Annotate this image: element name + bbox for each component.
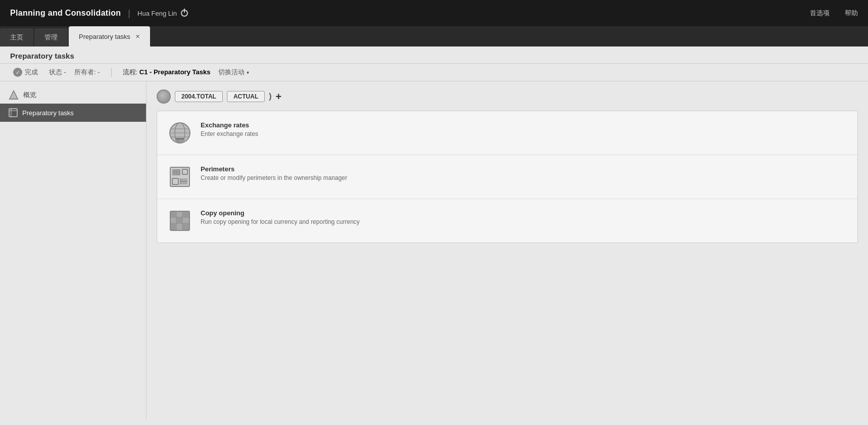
- context-bar: 2004.TOTAL ACTUAL ) +: [157, 89, 858, 104]
- header-separator: |: [128, 8, 130, 19]
- header-bar: Planning and Consolidation | Hua Feng Li…: [0, 0, 868, 26]
- globe-icon: [157, 89, 171, 104]
- copy-opening-icon-box: [167, 208, 192, 233]
- owner-label: 所有者: -: [74, 68, 100, 77]
- perimeters-title: Perimeters: [201, 165, 347, 173]
- page-title-bar: Preparatory tasks: [0, 46, 868, 64]
- svg-rect-26: [177, 212, 182, 217]
- svg-rect-31: [171, 224, 176, 230]
- svg-rect-27: [183, 212, 189, 217]
- copy-opening-icon: [168, 209, 191, 232]
- add-context-button[interactable]: +: [276, 91, 282, 103]
- main-layout: 概览 Preparatory tasks 2004.TOTAL ACTU: [0, 81, 868, 419]
- flow-value[interactable]: C1 - Preparatory Tasks: [139, 68, 211, 76]
- category-tag[interactable]: ACTUAL: [227, 91, 265, 102]
- exchange-text: Exchange rates Enter exchange rates: [201, 120, 258, 137]
- copy-opening-desc: Run copy opening for local currency and …: [201, 218, 360, 225]
- copy-opening-title: Copy opening: [201, 209, 360, 217]
- complete-label: 完成: [25, 68, 38, 77]
- perimeters-icon-box: [167, 164, 192, 190]
- svg-rect-33: [183, 224, 189, 230]
- perimeters-desc: Create or modify perimeters in the owner…: [201, 174, 347, 181]
- svg-rect-2: [9, 109, 17, 117]
- period-tag[interactable]: 2004.TOTAL: [175, 91, 223, 102]
- sidebar-item-prep-tasks[interactable]: Preparatory tasks: [0, 104, 146, 122]
- svg-rect-30: [183, 218, 189, 223]
- svg-rect-14: [172, 169, 180, 175]
- switch-arrow-icon: ▾: [247, 70, 249, 75]
- exchange-desc: Enter exchange rates: [201, 130, 258, 137]
- complete-button[interactable]: ✓ 完成: [10, 67, 41, 78]
- overview-icon: [8, 89, 19, 101]
- tab-prep[interactable]: Preparatory tasks ✕: [69, 26, 150, 46]
- tab-prep-label: Preparatory tasks: [79, 33, 130, 40]
- svg-rect-29: [177, 218, 182, 223]
- task-item-copy-opening[interactable]: Copy opening Run copy opening for local …: [157, 199, 857, 243]
- toolbar: ✓ 完成 状态 - 所有者: - 流程: C1 - Preparatory Ta…: [0, 64, 868, 81]
- sidebar-item-overview[interactable]: 概览: [0, 86, 146, 104]
- svg-rect-11: [175, 138, 184, 139]
- header-user: Hua Feng Lin: [137, 10, 177, 17]
- switch-label: 切换活动: [218, 68, 245, 76]
- page-content: Preparatory tasks ✓ 完成 状态 - 所有者: - 流程: C…: [0, 46, 868, 425]
- help-link[interactable]: 帮助: [845, 9, 858, 18]
- task-item-perimeters[interactable]: Perimeters Create or modify perimeters i…: [157, 155, 857, 199]
- sidebar-active-label: Preparatory tasks: [22, 109, 74, 117]
- prep-tasks-icon: [8, 108, 18, 118]
- task-panel: Exchange rates Enter exchange rates: [157, 111, 858, 243]
- flow-label: 流程: C1 - Preparatory Tasks: [123, 68, 211, 77]
- power-icon[interactable]: [181, 10, 188, 17]
- svg-rect-28: [171, 218, 176, 223]
- svg-rect-32: [177, 224, 182, 230]
- tab-home-label: 主页: [10, 33, 23, 42]
- context-arrow-icon: ): [269, 92, 271, 101]
- switch-activity[interactable]: 切换活动 ▾: [218, 68, 249, 77]
- tab-bar: 主页 管理 Preparatory tasks ✕: [0, 26, 868, 46]
- sidebar: 概览 Preparatory tasks: [0, 81, 147, 419]
- overview-label: 概览: [23, 90, 36, 100]
- exchange-icon: [168, 121, 191, 145]
- svg-rect-12: [177, 140, 178, 142]
- perimeters-icon: [168, 165, 191, 188]
- app-title: Planning and Consolidation: [10, 9, 121, 18]
- exchange-icon-box: [167, 120, 192, 146]
- flow-text: 流程:: [123, 68, 139, 76]
- copy-opening-text: Copy opening Run copy opening for local …: [201, 208, 360, 225]
- perimeters-text: Perimeters Create or modify perimeters i…: [201, 164, 347, 181]
- task-item-exchange[interactable]: Exchange rates Enter exchange rates: [157, 111, 857, 155]
- complete-check-icon: ✓: [13, 68, 22, 77]
- toolbar-divider: [111, 68, 112, 77]
- tab-home[interactable]: 主页: [0, 28, 33, 46]
- header-right-links: 首选项 帮助: [810, 9, 858, 18]
- page-title: Preparatory tasks: [10, 52, 74, 60]
- content-area: 2004.TOTAL ACTUAL ) +: [147, 81, 868, 419]
- tab-manage-label: 管理: [44, 33, 58, 42]
- svg-rect-25: [171, 212, 176, 217]
- preferences-link[interactable]: 首选项: [810, 9, 830, 18]
- exchange-title: Exchange rates: [201, 121, 258, 129]
- status-label: 状态 -: [49, 68, 66, 77]
- tab-prep-close[interactable]: ✕: [135, 33, 140, 40]
- tab-manage[interactable]: 管理: [34, 28, 68, 46]
